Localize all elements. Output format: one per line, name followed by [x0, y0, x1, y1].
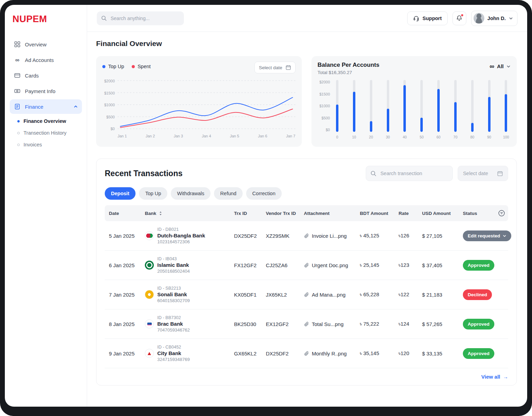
balance-title: Balance Per Accounts — [318, 62, 380, 69]
column-header-label: Bank — [145, 211, 156, 216]
filter-chip-top-up[interactable]: Top Up — [139, 187, 167, 200]
bank-account-number: 1023164572306 — [157, 239, 205, 244]
vendor-trx-id: XZ29SMK — [266, 233, 304, 239]
status-badge[interactable]: Edit requested — [463, 230, 511, 241]
bar-track — [505, 80, 507, 132]
sidebar-subitem-invoices[interactable]: Invoices — [14, 139, 82, 151]
x-tick-label: 80 — [470, 135, 474, 139]
column-header-rate: Rate — [399, 211, 422, 216]
sidebar-item-cards[interactable]: Cards — [10, 68, 82, 83]
finance-icon — [14, 103, 21, 110]
y-tick-label: $500 — [106, 115, 115, 119]
bank-cell: ID - CB0452City Bank3247159348769 — [145, 345, 234, 362]
attachment-link[interactable]: Total Su...png — [304, 321, 360, 327]
balance-heading: Balance Per Accounts Total $16,350.27 — [318, 62, 380, 75]
bar-track — [336, 80, 338, 132]
transaction-date: 8 Jan 2025 — [109, 321, 145, 327]
search-input[interactable] — [110, 15, 180, 21]
filter-chip-correction[interactable]: Correction — [246, 187, 282, 200]
chevron-down-icon — [506, 64, 511, 69]
select-date-button[interactable]: Select date — [254, 62, 296, 73]
avatar — [474, 13, 484, 24]
x-tick-label: 30 — [386, 135, 390, 139]
column-header-bdt-amount: BDT Amount — [360, 211, 399, 216]
filter-icon[interactable] — [498, 209, 505, 217]
column-header-bank: Bank — [145, 211, 234, 216]
status-badge: Declined — [463, 289, 492, 300]
transaction-search[interactable] — [366, 166, 453, 181]
vendor-trx-id: EX12GF2 — [266, 321, 304, 327]
paperclip-icon — [304, 233, 309, 238]
transactions-title: Recent Transactions — [105, 169, 183, 178]
sort-icon[interactable] — [158, 211, 163, 216]
rate: ৳120 — [399, 350, 422, 356]
y-tick-label: $0 — [111, 127, 115, 131]
x-tick-label: 20 — [369, 135, 373, 139]
status-label: Edit requested — [468, 233, 500, 238]
attachment-link[interactable]: Ad Mana...png — [304, 292, 360, 298]
table-row: 6 Jan 2025ID - IB043Islamic Bank20501685… — [105, 251, 508, 280]
x-tick-label: Jan 6 — [258, 134, 267, 138]
vendor-trx-id: DX25DF2 — [266, 351, 304, 356]
table-row: 9 Jan 2025ID - CB0452City Bank3247159348… — [105, 339, 508, 368]
attachment-link[interactable]: Monthly R..png — [304, 351, 360, 356]
bank-id: ID - DB021 — [157, 227, 205, 232]
status-label: Approved — [468, 351, 489, 356]
support-button[interactable]: Support — [407, 11, 448, 25]
sidebar-subitem-transection-history[interactable]: Transection History — [14, 127, 82, 139]
bank-account-number: 3247159348769 — [157, 357, 190, 362]
legend-label: Top Up — [108, 64, 124, 69]
sidebar-item-ad-accounts[interactable]: ∞Ad Accounts — [10, 53, 82, 67]
sidebar-item-payment-info[interactable]: Payment Info — [10, 84, 82, 98]
sidebar-item-overview[interactable]: Overview — [10, 37, 82, 52]
arrow-right-icon: → — [503, 374, 508, 380]
bar-fill — [370, 121, 372, 132]
bank-cell: ID - IB043Islamic Bank2050168502404 — [145, 256, 234, 274]
bar-track — [387, 80, 389, 132]
legend-label: Spent — [138, 64, 151, 69]
usd-amount: $ 57,265 — [422, 321, 463, 327]
bar-track — [420, 80, 423, 132]
column-header-status: Status — [463, 209, 508, 217]
sidebar-subitem-finance-overview[interactable]: Finance Overview — [14, 115, 82, 127]
sidebar-item-label: Ad Accounts — [25, 57, 54, 63]
table-row: 8 Jan 2025ID - BB7302Brac Bank7047059346… — [105, 309, 508, 339]
x-tick-label: Jan 3 — [174, 134, 183, 138]
attachment-link[interactable]: Urgent Doc.png — [304, 262, 360, 268]
active-dot-icon — [17, 120, 20, 123]
account-filter-dropdown[interactable]: ∞ All — [489, 62, 511, 70]
status-cell: Declined — [463, 289, 508, 300]
y-axis-labels: $2000$1500$1000$500$0 — [318, 80, 333, 132]
filter-chip-refund[interactable]: Refund — [214, 187, 243, 200]
filter-chip-withdrawals[interactable]: Withdrawals — [171, 187, 211, 200]
transactions-select-date-button[interactable]: Select date — [458, 166, 508, 181]
user-menu[interactable]: John D. — [471, 11, 517, 26]
sidebar-item-finance[interactable]: Finance — [10, 99, 82, 114]
column-header-usd-amount: USD Amount — [422, 211, 463, 216]
global-search[interactable] — [97, 11, 184, 25]
topup-spent-chart-card: Top UpSpent Select date $2000$1500$1000$… — [96, 56, 302, 147]
bar-track — [471, 80, 474, 132]
status-cell: Approved — [463, 260, 508, 271]
usd-amount: $ 37,405 — [422, 262, 463, 268]
chart-legend: Top UpSpent — [102, 62, 151, 69]
topbar: Support John D. — [87, 5, 527, 32]
attachment-name: Invoice Li...png — [312, 233, 347, 239]
legend-spent: Spent — [132, 64, 151, 69]
app-window: NUPEM Overview∞Ad AccountsCardsPayment I… — [5, 5, 527, 407]
x-tick-label: 0 — [336, 135, 338, 139]
balance-bar: 100 — [502, 80, 511, 139]
support-label: Support — [422, 16, 442, 21]
attachment-link[interactable]: Invoice Li...png — [304, 233, 360, 239]
trx-id: KX05DF1 — [234, 292, 266, 298]
notifications-button[interactable] — [452, 11, 466, 25]
filter-chip-deposit[interactable]: Deposit — [105, 187, 136, 200]
transaction-search-input[interactable] — [380, 170, 448, 177]
view-all-link[interactable]: View all → — [481, 374, 508, 380]
column-header-label: Vendor Trx ID — [266, 211, 296, 216]
notification-dot — [461, 14, 464, 17]
column-header-label: BDT Amount — [360, 211, 388, 216]
sidebar-subitem-label: Invoices — [24, 142, 42, 147]
dutch-bangla-bank-logo — [145, 231, 154, 240]
sidebar-item-label: Cards — [25, 73, 39, 79]
